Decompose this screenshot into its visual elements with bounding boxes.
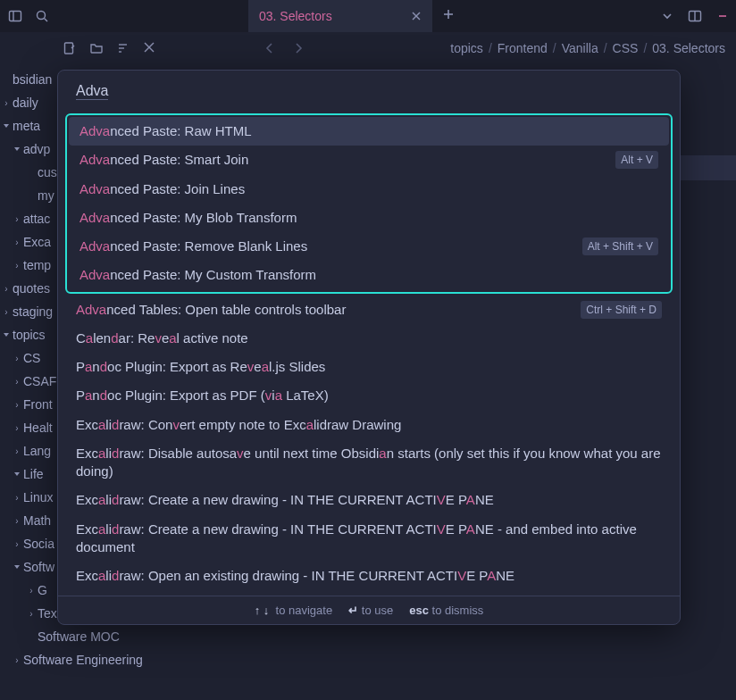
- tab-title: 03. Selectors: [259, 9, 332, 23]
- breadcrumb[interactable]: topics/Frontend/Vanilla/CSS/03. Selector…: [450, 41, 725, 55]
- breadcrumb-segment[interactable]: Vanilla: [562, 41, 598, 55]
- tree-item-label: Linux: [23, 490, 53, 504]
- chevron-icon[interactable]: ›: [11, 655, 23, 665]
- command-label: Advanced Paste: Smart Join: [79, 151, 248, 169]
- tree-item-label: Life: [23, 467, 44, 481]
- command-palette-item[interactable]: Advanced Paste: Smart JoinAlt + V: [69, 146, 669, 174]
- chevron-icon[interactable]: [11, 470, 23, 479]
- command-palette-item[interactable]: Advanced Paste: My Custom Transform: [69, 261, 669, 289]
- chevron-down-icon[interactable]: [661, 10, 673, 22]
- command-label: Advanced Paste: Join Lines: [79, 180, 245, 198]
- sidebar-toggle-icon[interactable]: [7, 8, 23, 24]
- command-palette-item[interactable]: Excalidraw: Open an existing drawing - I…: [65, 562, 673, 590]
- chevron-icon[interactable]: ›: [25, 609, 38, 619]
- tree-item-label: topics: [13, 328, 46, 342]
- command-label: Advanced Paste: Remove Blank Lines: [79, 238, 307, 255]
- command-label: Excalidraw: Disable autosave until next …: [76, 445, 662, 481]
- chevron-icon[interactable]: ›: [11, 214, 23, 224]
- chevron-icon[interactable]: ›: [11, 423, 23, 433]
- chevron-icon[interactable]: ›: [11, 539, 23, 549]
- tree-item-label: meta: [13, 119, 40, 133]
- chevron-icon[interactable]: ›: [0, 98, 13, 108]
- breadcrumb-segment[interactable]: topics: [450, 41, 483, 55]
- command-label: Excalidraw: Open an existing drawing - I…: [76, 567, 514, 585]
- breadcrumb-segment[interactable]: CSS: [613, 41, 639, 55]
- command-label: Pandoc Plugin: Export as Reveal.js Slide…: [76, 358, 325, 376]
- chevron-icon[interactable]: ›: [11, 493, 23, 503]
- command-label: Excalidraw: Create a new drawing - IN TH…: [76, 491, 494, 509]
- command-palette-item[interactable]: Advanced Paste: Join Lines: [69, 175, 669, 204]
- nav-back-icon[interactable]: [263, 41, 277, 55]
- svg-rect-0: [10, 12, 21, 21]
- sort-icon[interactable]: [116, 41, 130, 55]
- command-palette-item[interactable]: Excalidraw: Disable autosave until next …: [65, 439, 673, 487]
- command-palette-item[interactable]: Excalidraw: Create a new drawing - IN TH…: [65, 515, 673, 562]
- command-label: Advanced Paste: My Blob Transform: [79, 209, 297, 227]
- chevron-icon[interactable]: ›: [11, 261, 23, 271]
- keyboard-shortcut: Ctrl + Shift + D: [581, 301, 662, 319]
- command-palette-footer: ↑ ↓ to navigate ↵ to use esc to dismiss: [58, 596, 680, 624]
- command-palette-item[interactable]: Advanced Paste: Remove Blank LinesAlt + …: [69, 232, 669, 261]
- close-icon[interactable]: [411, 11, 422, 21]
- chevron-icon[interactable]: [11, 145, 23, 154]
- command-label: Advanced Tables: Open table controls too…: [76, 301, 346, 319]
- command-palette-item[interactable]: Excalidraw: Convert empty note to Excali…: [65, 411, 673, 439]
- tab-active[interactable]: 03. Selectors: [248, 0, 432, 32]
- command-palette-item[interactable]: Advanced Tables: Open table controls too…: [65, 296, 673, 324]
- chevron-icon[interactable]: ›: [11, 377, 23, 387]
- command-label: Advanced Paste: My Custom Transform: [79, 266, 316, 284]
- command-palette-item[interactable]: Calendar: Reveal active note: [65, 324, 673, 353]
- tree-item-label: advp: [23, 142, 50, 156]
- svg-marker-19: [4, 333, 9, 337]
- tree-item-label: CSAF: [23, 374, 56, 388]
- chevron-icon[interactable]: ›: [11, 354, 23, 363]
- tree-item-label: Math: [23, 513, 51, 528]
- command-palette-input[interactable]: Adva: [58, 71, 680, 108]
- tree-item-label: Software MOC: [38, 629, 120, 644]
- svg-marker-21: [14, 565, 20, 569]
- tree-item-label: quotes: [13, 281, 50, 296]
- svg-point-2: [38, 12, 46, 20]
- tree-item-label: my: [38, 188, 54, 203]
- chevron-icon[interactable]: ›: [11, 400, 23, 410]
- svg-line-3: [45, 19, 48, 22]
- command-palette-item[interactable]: Advanced Paste: My Blob Transform: [69, 204, 669, 232]
- command-palette: Adva Advanced Paste: Raw HTMLAdvanced Pa…: [57, 70, 681, 625]
- chevron-icon[interactable]: ›: [25, 586, 38, 596]
- command-palette-item[interactable]: Pandoc Plugin: Export as Reveal.js Slide…: [65, 353, 673, 381]
- new-folder-icon[interactable]: [89, 41, 104, 55]
- command-palette-item[interactable]: Advanced Paste: Raw HTML: [69, 117, 669, 146]
- tree-item-label: CS: [23, 351, 40, 365]
- chevron-icon[interactable]: [11, 562, 23, 571]
- svg-marker-17: [4, 124, 9, 128]
- chevron-icon[interactable]: [0, 330, 13, 339]
- chevron-icon[interactable]: [0, 121, 13, 130]
- chevron-icon[interactable]: ›: [11, 446, 23, 456]
- breadcrumb-segment[interactable]: Frontend: [498, 41, 548, 55]
- new-note-icon[interactable]: [63, 41, 77, 55]
- chevron-icon[interactable]: ›: [11, 516, 23, 526]
- tree-item-label: Exca: [23, 235, 51, 249]
- split-pane-icon[interactable]: [688, 9, 702, 23]
- breadcrumb-segment[interactable]: 03. Selectors: [652, 41, 725, 55]
- tree-item-label: attac: [23, 212, 50, 226]
- command-label: Pandoc Plugin: Export as PDF (via LaTeX): [76, 387, 329, 404]
- titlebar: 03. Selectors: [0, 0, 736, 32]
- tree-item[interactable]: Software MOC: [0, 625, 247, 648]
- chevron-icon[interactable]: ›: [0, 284, 13, 294]
- toolbar: topics/Frontend/Vanilla/CSS/03. Selector…: [0, 32, 736, 64]
- minimize-icon[interactable]: [716, 10, 729, 22]
- chevron-icon[interactable]: ›: [11, 238, 23, 247]
- tree-item-label: Software Engineering: [23, 653, 143, 667]
- command-palette-item[interactable]: Excalidraw: Create a new drawing - IN TH…: [65, 486, 673, 514]
- new-tab-icon[interactable]: [442, 8, 455, 21]
- svg-marker-20: [14, 472, 20, 476]
- nav-forward-icon[interactable]: [291, 41, 305, 55]
- chevron-icon[interactable]: ›: [0, 307, 13, 317]
- collapse-icon[interactable]: [143, 41, 155, 55]
- command-palette-item[interactable]: Pandoc Plugin: Export as PDF (via LaTeX): [65, 381, 673, 410]
- tree-item-label: daily: [13, 96, 38, 110]
- search-icon[interactable]: [34, 8, 50, 24]
- tree-item-label: temp: [23, 258, 51, 272]
- tree-item[interactable]: ›Software Engineering: [0, 648, 247, 671]
